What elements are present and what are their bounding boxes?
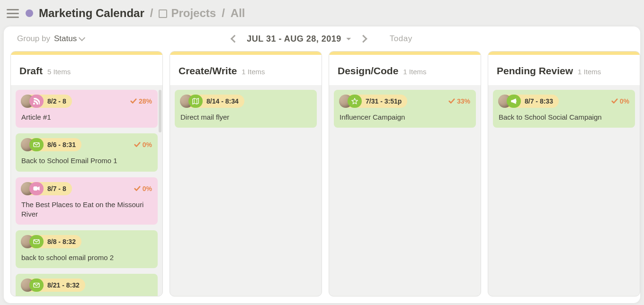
group-by-value: Status: [54, 34, 77, 44]
task-date: 8/2 - 8: [44, 97, 66, 105]
task-progress-value: 0%: [143, 141, 152, 148]
task-date: 8/7 - 8:33: [521, 97, 553, 105]
mail-icon: [29, 138, 44, 151]
task-date: 8/7 - 8: [44, 185, 66, 192]
task-progress: 0%: [134, 185, 152, 192]
task-title: Direct mail flyer: [180, 113, 311, 122]
task-date: 8/21 - 8:32: [44, 281, 80, 289]
column-color-band: [11, 52, 162, 55]
task-date-pill: 8/21 - 8:32: [21, 279, 85, 292]
task-title: The Best Places to Eat on the Missouri R…: [21, 200, 152, 219]
breadcrumb-separator: /: [222, 7, 225, 20]
column-header: Pending Review 1 Items: [488, 55, 640, 85]
task-card[interactable]: 8/14 - 8:34 Direct mail flyer: [175, 90, 317, 128]
breadcrumb-section[interactable]: Projects: [171, 7, 216, 20]
column-body: 7/31 - 3:51p 33% Influencer Campaign: [329, 85, 481, 296]
breadcrumb-filter[interactable]: All: [231, 7, 245, 20]
task-progress: 33%: [448, 97, 470, 105]
board-column: Draft 5 Items 8/2 - 8 28%: [10, 51, 163, 296]
task-date-pill: 8/6 - 8:31: [21, 138, 81, 151]
bullhorn-icon: [507, 95, 521, 108]
column-color-band: [329, 52, 481, 55]
scrollbar[interactable]: [159, 90, 161, 132]
column-title: Pending Review: [497, 65, 573, 77]
task-title: Influencer Campaign: [340, 113, 470, 122]
board-column: Design/Code 1 Items 7/31 - 3:51p 33%: [329, 51, 481, 296]
task-card[interactable]: 8/6 - 8:31 0% Back to School Email Promo…: [16, 133, 158, 171]
mail-icon: [29, 235, 44, 248]
column-header: Design/Code 1 Items: [329, 55, 481, 85]
map-icon: [188, 95, 203, 108]
task-date-pill: 8/14 - 8:34: [180, 95, 244, 108]
column-header: Create/Write 1 Items: [170, 55, 322, 85]
check-icon: [134, 141, 141, 148]
task-date: 7/31 - 3:51p: [362, 97, 402, 105]
breadcrumb-separator: /: [150, 7, 153, 20]
projects-icon: [159, 9, 167, 18]
task-title: Back to School Social Campaign: [499, 113, 629, 122]
prev-range-button[interactable]: [231, 35, 239, 43]
task-progress-value: 0%: [143, 185, 152, 192]
column-item-count: 1 Items: [403, 68, 426, 76]
task-title: Article #1: [21, 113, 152, 122]
star-icon: [348, 95, 362, 108]
task-date-pill: 8/8 - 8:32: [21, 235, 81, 248]
column-title: Create/Write: [179, 65, 237, 77]
date-range-picker[interactable]: JUL 31 - AUG 28, 2019: [247, 34, 351, 44]
column-body: 8/7 - 8:33 0% Back to School Social Camp…: [488, 85, 640, 296]
task-card[interactable]: 8/7 - 8:33 0% Back to School Social Camp…: [493, 90, 635, 128]
column-body: 8/2 - 8 28% Article #1 8/6: [11, 85, 162, 296]
mail-icon: [29, 279, 44, 292]
task-date-pill: 7/31 - 3:51p: [340, 95, 407, 108]
column-color-band: [170, 52, 322, 55]
task-progress: 0%: [611, 97, 629, 105]
task-progress-value: 33%: [457, 97, 470, 105]
task-date-pill: 8/7 - 8: [21, 182, 72, 195]
caret-down-icon: [346, 38, 351, 43]
column-item-count: 1 Items: [242, 68, 265, 76]
task-date: 8/6 - 8:31: [44, 141, 76, 148]
next-range-button[interactable]: [359, 35, 367, 43]
task-date-pill: 8/7 - 8:33: [499, 95, 559, 108]
board-column: Create/Write 1 Items 8/14 - 8:34 Direct …: [170, 51, 322, 296]
breadcrumb-root[interactable]: Marketing Calendar: [39, 7, 144, 20]
calendar-color-dot: [26, 9, 33, 17]
column-title: Design/Code: [338, 65, 398, 77]
task-card[interactable]: 8/2 - 8 28% Article #1: [16, 90, 158, 128]
task-date-pill: 8/2 - 8: [21, 95, 72, 108]
group-by-label: Group by: [17, 34, 50, 44]
task-progress: 0%: [134, 141, 152, 148]
task-progress-value: 0%: [620, 97, 629, 105]
check-icon: [130, 98, 137, 105]
check-icon: [448, 98, 455, 105]
breadcrumb: Marketing Calendar / Projects / All: [26, 7, 245, 20]
check-icon: [611, 98, 618, 105]
task-card[interactable]: 8/8 - 8:32 back to school email promo 2: [16, 230, 158, 268]
today-button[interactable]: Today: [390, 34, 412, 44]
task-progress-value: 28%: [139, 97, 152, 105]
task-progress: 28%: [130, 97, 152, 105]
task-card[interactable]: 8/21 - 8:32 Back to School email promo 3: [16, 274, 158, 296]
task-date: 8/14 - 8:34: [203, 97, 239, 105]
date-range-text: JUL 31 - AUG 28, 2019: [247, 34, 341, 44]
group-by-selector[interactable]: Status: [54, 34, 84, 44]
chevron-down-icon: [79, 35, 85, 41]
column-item-count: 5 Items: [47, 68, 71, 76]
menu-button[interactable]: [7, 7, 19, 19]
column-title: Draft: [19, 65, 43, 77]
task-date: 8/8 - 8:32: [44, 238, 76, 245]
rss-icon: [29, 95, 44, 108]
task-card[interactable]: 7/31 - 3:51p 33% Influencer Campaign: [334, 90, 476, 128]
column-color-band: [488, 52, 640, 55]
task-title: Back to School Email Promo 1: [21, 156, 152, 166]
check-icon: [134, 185, 141, 192]
task-title: back to school email promo 2: [21, 253, 152, 262]
column-header: Draft 5 Items: [11, 55, 162, 85]
column-item-count: 1 Items: [578, 68, 601, 76]
task-card[interactable]: 8/7 - 8 0% The Best Places to Eat on the…: [16, 177, 158, 225]
column-body: 8/14 - 8:34 Direct mail flyer: [170, 85, 322, 296]
board-column: Pending Review 1 Items 8/7 - 8:33 0%: [488, 51, 640, 296]
video-icon: [29, 182, 44, 195]
